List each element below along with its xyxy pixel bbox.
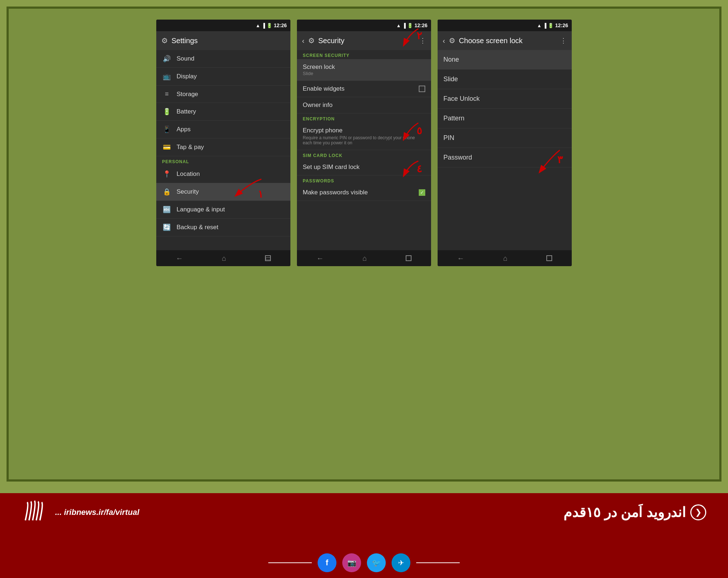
lock-slide[interactable]: Slide xyxy=(438,70,572,89)
sim-lock-label: Set up SIM card lock xyxy=(303,164,360,170)
owner-info-label: Owner info xyxy=(303,102,332,108)
enable-widgets-label: Enable widgets xyxy=(303,85,344,92)
p3-recent-nav[interactable] xyxy=(546,255,552,261)
passwords-visible-item[interactable]: Make passwords visible ✓ xyxy=(297,185,431,201)
storage-label: Storage xyxy=(177,91,198,98)
lock-pin[interactable]: PIN xyxy=(438,128,572,148)
lock-face[interactable]: Face Unlock xyxy=(438,89,572,109)
recent-button[interactable]: ▭ xyxy=(265,255,271,261)
arrow-3 xyxy=(533,148,565,177)
status-time: 12:26 xyxy=(274,22,287,28)
screen-lock-item[interactable]: Screen lock Slide xyxy=(297,59,431,81)
battery-list-icon: 🔋 xyxy=(162,108,171,116)
arrow-5 xyxy=(395,121,424,146)
arrow-4 xyxy=(395,159,424,181)
p2-home-nav[interactable]: ⌂ xyxy=(363,254,367,263)
phone1-navbar: ← ⌂ ▭ xyxy=(156,250,290,266)
backup-item[interactable]: 🔄 Backup & reset xyxy=(156,219,290,236)
storage-item[interactable]: ≡ Storage xyxy=(156,86,290,103)
owner-info-item[interactable]: Owner info xyxy=(297,97,431,113)
arrow-1 xyxy=(222,176,265,205)
telegram-btn[interactable]: ✈ xyxy=(392,553,410,572)
phone3: ▲ ▐ 🔋 12:26 ‹ ⚙ Choose screen lock ⋮ Non… xyxy=(438,20,572,266)
p2-back-nav[interactable]: ← xyxy=(317,254,324,263)
p2-back-icon[interactable]: ‹ xyxy=(302,37,305,45)
sound-icon: 🔊 xyxy=(162,55,171,63)
lock-pattern[interactable]: Pattern xyxy=(438,109,572,128)
battery-icon: 🔋 xyxy=(266,23,272,28)
persian-title: اندروید اَمن در ١٥قدم xyxy=(563,504,686,520)
home-button[interactable]: ⌂ xyxy=(222,254,226,263)
display-item[interactable]: 📺 Display xyxy=(156,68,290,86)
language-label: Language & input xyxy=(177,206,225,213)
phone3-statusbar: ▲ ▐ 🔋 12:26 xyxy=(438,20,572,31)
irib-logo-icon xyxy=(22,500,51,524)
lock-face-label: Face Unlock xyxy=(443,95,480,102)
sim-lock-header: SIM CARD LOCK xyxy=(297,150,431,159)
p3-battery-icon: 🔋 xyxy=(548,23,554,28)
tappay-icon: 💳 xyxy=(162,143,171,151)
twitter-btn[interactable]: 🐦 xyxy=(367,553,386,572)
wifi-icon: ▲ xyxy=(256,23,260,28)
logo-area: ... iribnews.ir/fa/virtual xyxy=(22,500,139,524)
lock-pattern-label: Pattern xyxy=(443,115,464,122)
phone3-title: Choose screen lock xyxy=(459,37,557,45)
tap-pay-item[interactable]: 💳 Tap & pay xyxy=(156,139,290,156)
p3-signal-icon: ▐ xyxy=(543,23,546,28)
p3-time: 12:26 xyxy=(555,22,568,28)
battery-label: Battery xyxy=(177,108,196,115)
line-left xyxy=(268,562,312,563)
signal-icon: ▐ xyxy=(262,23,265,28)
settings-list: 🔊 Sound 📺 Display ≡ Storage 🔋 Battery xyxy=(156,50,290,250)
phone1-appbar: ⚙ Settings xyxy=(156,31,290,50)
phone-frame: ▲ ▐ 🔋 12:26 ⚙ Settings 🔊 Sound xyxy=(7,7,721,482)
location-icon: 📍 xyxy=(162,170,171,178)
language-icon: 🔤 xyxy=(162,206,171,214)
apps-item[interactable]: 📱 Apps xyxy=(156,121,290,139)
phone3-appbar: ‹ ⚙ Choose screen lock ⋮ xyxy=(438,31,572,50)
passwords-checkbox[interactable]: ✓ xyxy=(419,189,425,196)
bottom-bar: ... iribnews.ir/fa/virtual ❮ اندروید اَم… xyxy=(0,493,728,578)
p3-wifi-icon: ▲ xyxy=(537,23,542,28)
p3-back-icon[interactable]: ‹ xyxy=(443,37,445,45)
personal-section-header: PERSONAL xyxy=(156,156,290,165)
p2-recent-nav[interactable] xyxy=(406,255,411,261)
battery-item[interactable]: 🔋 Battery xyxy=(156,103,290,121)
security-icon: 🔒 xyxy=(162,188,171,196)
lock-password-label: Password xyxy=(443,154,472,161)
p3-back-nav[interactable]: ← xyxy=(457,254,464,263)
phone2-navbar: ← ⌂ xyxy=(297,250,431,266)
instagram-btn[interactable]: 📷 xyxy=(342,553,361,572)
enable-widgets-checkbox[interactable] xyxy=(419,86,425,92)
social-row: f 📷 🐦 ✈ xyxy=(268,553,460,578)
page-title-persian: ❮ اندروید اَمن در ١٥قدم xyxy=(563,504,706,520)
phone1: ▲ ▐ 🔋 12:26 ⚙ Settings 🔊 Sound xyxy=(156,20,290,266)
green-area: ▲ ▐ 🔋 12:26 ⚙ Settings 🔊 Sound xyxy=(0,0,728,493)
security-content: SCREEN SECURITY Screen lock Slide Enable… xyxy=(297,50,431,250)
sound-item[interactable]: 🔊 Sound xyxy=(156,50,290,68)
phone1-statusbar: ▲ ▐ 🔋 12:26 xyxy=(156,20,290,31)
display-label: Display xyxy=(177,73,197,80)
lock-slide-label: Slide xyxy=(443,75,458,83)
enable-widgets-item[interactable]: Enable widgets xyxy=(297,81,431,97)
back-circle-icon: ❮ xyxy=(690,504,706,520)
logo-text: ... iribnews.ir/fa/virtual xyxy=(55,508,139,517)
screen-lock-subtitle: Slide xyxy=(303,71,425,76)
lock-none[interactable]: None xyxy=(438,50,572,70)
screen-lock-title: Screen lock xyxy=(303,63,425,71)
storage-icon: ≡ xyxy=(162,90,171,98)
p3-more-icon[interactable]: ⋮ xyxy=(560,37,567,45)
location-label: Location xyxy=(177,170,200,178)
settings-gear-icon: ⚙ xyxy=(161,36,168,45)
p3-home-nav[interactable]: ⌂ xyxy=(503,254,508,263)
backup-label: Backup & reset xyxy=(177,224,218,231)
p2-gear-icon: ⚙ xyxy=(308,36,315,45)
apps-icon: 📱 xyxy=(162,125,171,133)
sound-label: Sound xyxy=(177,55,194,62)
facebook-btn[interactable]: f xyxy=(318,553,336,572)
back-button[interactable]: ← xyxy=(176,254,183,263)
line-right xyxy=(416,562,460,563)
backup-icon: 🔄 xyxy=(162,223,171,231)
apps-label: Apps xyxy=(177,126,191,133)
lock-pin-label: PIN xyxy=(443,134,454,141)
